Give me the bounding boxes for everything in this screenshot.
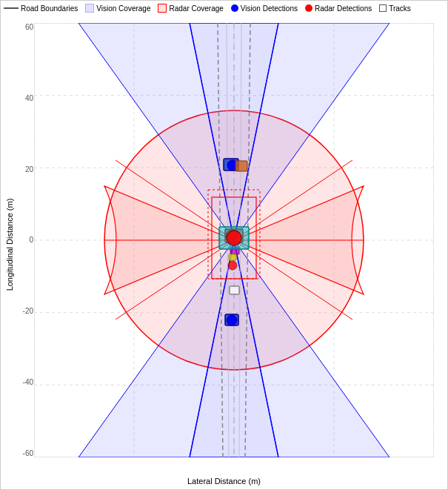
tracks-icon bbox=[379, 4, 387, 12]
road-boundaries-label: Road Boundaries bbox=[21, 4, 78, 13]
svg-point-54 bbox=[227, 231, 241, 245]
legend: Road Boundaries Vision Coverage Radar Co… bbox=[4, 4, 411, 13]
tracks-label: Tracks bbox=[389, 4, 411, 13]
radar-detections-icon bbox=[305, 4, 312, 12]
vision-coverage-icon bbox=[85, 4, 94, 13]
legend-road-boundaries: Road Boundaries bbox=[4, 4, 78, 13]
radar-coverage-label: Radar Coverage bbox=[169, 4, 223, 13]
y-tick-n40: -40 bbox=[23, 378, 33, 386]
x-axis-label: Lateral Distance (m) bbox=[187, 477, 261, 486]
vision-coverage-label: Vision Coverage bbox=[96, 4, 150, 13]
svg-rect-53 bbox=[230, 286, 239, 294]
legend-tracks: Tracks bbox=[379, 4, 411, 13]
legend-radar-detections: Radar Detections bbox=[305, 4, 372, 13]
y-tick-60: 60 bbox=[25, 23, 33, 31]
y-axis-label: Longitudinal Distance (m) bbox=[5, 198, 14, 291]
svg-point-49 bbox=[227, 315, 237, 325]
svg-rect-47 bbox=[235, 161, 247, 171]
legend-radar-coverage: Radar Coverage bbox=[158, 4, 223, 13]
svg-point-57 bbox=[228, 261, 237, 270]
main-chart-svg: 40 20 0 -20 -40 60 40 20 0 -20 -40 -60 bbox=[34, 23, 434, 457]
y-tick-40: 40 bbox=[25, 94, 33, 102]
chart-container: Road Boundaries Vision Coverage Radar Co… bbox=[0, 0, 448, 490]
y-tick-0: 0 bbox=[29, 236, 33, 244]
y-tick-20: 20 bbox=[25, 165, 33, 173]
road-boundaries-icon bbox=[4, 7, 19, 9]
y-tick-n60: -60 bbox=[23, 449, 33, 457]
radar-detections-label: Radar Detections bbox=[315, 4, 372, 13]
legend-vision-detections: Vision Detections bbox=[231, 4, 298, 13]
legend-vision-coverage: Vision Coverage bbox=[85, 4, 150, 13]
y-tick-n20: -20 bbox=[23, 307, 33, 315]
svg-rect-51 bbox=[229, 254, 236, 260]
radar-coverage-icon bbox=[158, 4, 167, 13]
vision-detections-icon bbox=[231, 4, 238, 12]
vision-detections-label: Vision Detections bbox=[241, 4, 298, 13]
